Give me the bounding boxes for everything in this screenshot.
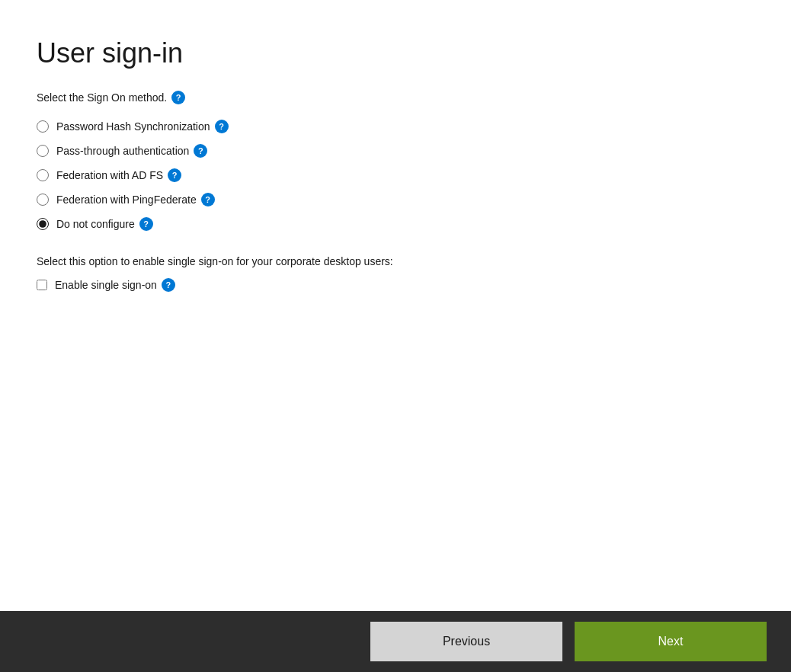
subtitle-text: Select the Sign On method. [37, 91, 167, 104]
sso-checkbox[interactable] [37, 280, 47, 290]
sso-checkbox-option[interactable]: Enable single sign-on ? [37, 278, 754, 292]
password-hash-help-icon[interactable]: ? [215, 120, 229, 133]
adfs-help-icon[interactable]: ? [168, 168, 181, 182]
next-button[interactable]: Next [575, 622, 767, 661]
radio-option-do-not-configure[interactable]: Do not configure ? [37, 217, 754, 231]
radio-adfs[interactable] [37, 169, 49, 181]
radio-passthrough[interactable] [37, 145, 49, 157]
subtitle-help-icon[interactable]: ? [171, 91, 185, 104]
radio-do-not-configure[interactable] [37, 218, 49, 230]
passthrough-help-icon[interactable]: ? [194, 144, 207, 158]
page-title: User sign-in [37, 37, 754, 69]
pingfederate-help-icon[interactable]: ? [201, 193, 215, 206]
radio-label-pingfederate: Federation with PingFederate [56, 194, 197, 206]
sso-subtitle: Select this option to enable single sign… [37, 255, 754, 267]
previous-button[interactable]: Previous [370, 622, 562, 661]
sso-help-icon[interactable]: ? [162, 278, 175, 292]
sso-section: Select this option to enable single sign… [37, 255, 754, 292]
radio-pingfederate[interactable] [37, 194, 49, 206]
sign-on-radio-group: Password Hash Synchronization ? Pass-thr… [37, 120, 754, 231]
radio-option-password-hash[interactable]: Password Hash Synchronization ? [37, 120, 754, 133]
radio-label-do-not-configure: Do not configure [56, 218, 135, 230]
main-content: User sign-in Select the Sign On method. … [0, 0, 791, 611]
radio-label-adfs: Federation with AD FS [56, 169, 163, 181]
radio-option-pingfederate[interactable]: Federation with PingFederate ? [37, 193, 754, 206]
radio-password-hash[interactable] [37, 120, 49, 133]
subtitle-row: Select the Sign On method. ? [37, 91, 754, 104]
radio-option-adfs[interactable]: Federation with AD FS ? [37, 168, 754, 182]
radio-label-passthrough: Pass-through authentication [56, 145, 189, 157]
do-not-configure-help-icon[interactable]: ? [139, 217, 153, 231]
radio-label-password-hash: Password Hash Synchronization [56, 120, 210, 133]
sso-checkbox-label: Enable single sign-on [55, 279, 157, 291]
radio-option-passthrough[interactable]: Pass-through authentication ? [37, 144, 754, 158]
footer: Previous Next [0, 611, 791, 672]
